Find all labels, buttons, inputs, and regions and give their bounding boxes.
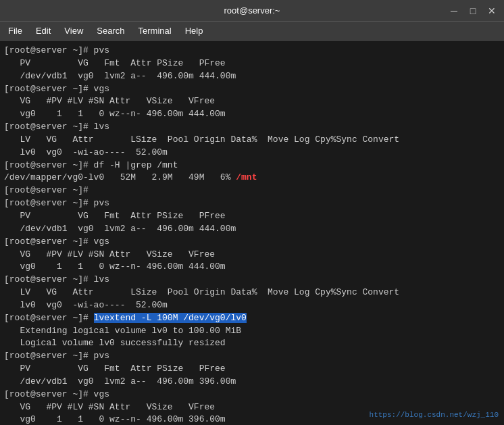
menu-edit[interactable]: Edit [30,24,56,37]
menu-help[interactable]: Help [180,24,209,37]
terminal-line: /dev/mapper/vg0-lv0 52M 2.9M 49M 6% /mnt [4,172,500,184]
minimize-button[interactable]: ─ [447,5,461,16]
terminal-line: LV VG Attr LSize Pool Origin Data% Move … [4,286,500,299]
titlebar: root@server:~ ─ □ ✕ [0,0,504,22]
titlebar-controls: ─ □ ✕ [447,5,499,16]
terminal-line: /dev/vdb1 vg0 lvm2 a-- 496.00m 444.00m [4,70,500,83]
terminal-line: [root@server ~]# lvs [4,274,500,286]
terminal-line: [root@server ~]# vgs [4,83,500,96]
terminal-line: PV VG Fmt Attr PSize PFree [4,210,500,223]
terminal-line: PV VG Fmt Attr PSize PFree [4,57,500,70]
terminal-line: [root@server ~]# [4,184,500,197]
menubar: File Edit View Search Terminal Help [0,22,504,41]
menu-terminal[interactable]: Terminal [133,24,177,37]
terminal-line: VG #PV #LV #SN Attr VSize VFree [4,95,500,108]
menu-file[interactable]: File [3,24,28,37]
terminal-highlight-line: [root@server ~]# lvextend -L 100M /dev/v… [4,312,500,325]
terminal-line: [root@server ~]# vgs [4,236,500,249]
terminal-line: /dev/vdb1 vg0 lvm2 a-- 496.00m 396.00m [4,376,500,389]
terminal-line: [root@server ~]# pvs [4,197,500,210]
terminal-line: vg0 1 1 0 wz--n- 496.00m 444.00m [4,108,500,121]
terminal-line: [root@server ~]# pvs [4,45,500,57]
terminal-line: vg0 1 1 0 wz--n- 496.00m 444.00m [4,261,500,274]
close-button[interactable]: ✕ [485,5,499,16]
terminal-line: [root@server ~]# vgs [4,389,500,401]
terminal-line: Extending logical volume lv0 to 100.00 M… [4,325,500,338]
terminal-line: lv0 vg0 -wi-ao---- 52.00m [4,299,500,312]
terminal-line: VG #PV #LV #SN Attr VSize VFree [4,249,500,261]
terminal-line: /dev/vdb1 vg0 lvm2 a-- 496.00m 444.00m [4,223,500,236]
watermark: https://blog.csdn.net/wzj_110 [370,410,499,421]
terminal-line: LV VG Attr LSize Pool Origin Data% Move … [4,134,500,147]
menu-search[interactable]: Search [91,24,130,37]
terminal-line: [root@server ~]# pvs [4,350,500,363]
menu-view[interactable]: View [59,24,89,37]
terminal-line: PV VG Fmt Attr PSize PFree [4,363,500,376]
maximize-button[interactable]: □ [466,5,480,16]
terminal-line: [root@server ~]# lvs [4,121,500,134]
terminal-line: Logical volume lv0 successfully resized [4,337,500,350]
terminal-line: [root@server ~]# df -H |grep /mnt [4,159,500,172]
terminal-output: [root@server ~]# pvs PV VG Fmt Attr PSiz… [0,41,504,425]
titlebar-title: root@server:~ [224,5,280,16]
terminal-line: lv0 vg0 -wi-ao---- 52.00m [4,147,500,159]
